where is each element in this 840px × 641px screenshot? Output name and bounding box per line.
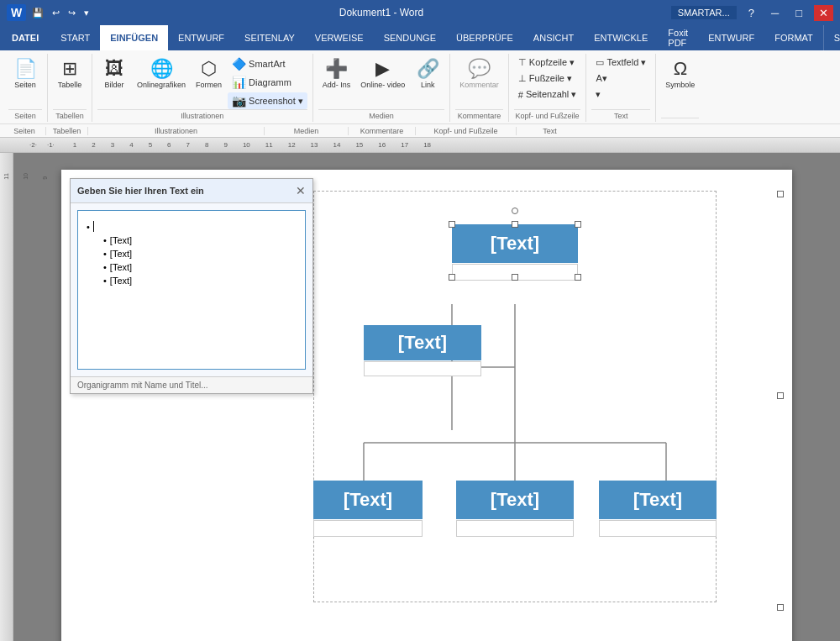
kommentare-label-bar: Kommentare (348, 127, 415, 135)
smartart-diagram[interactable]: [Text] [Text] (313, 182, 784, 619)
main-area: 1234567891011 Geben Sie hier Ihren Text … (0, 153, 840, 641)
handle-br[interactable] (575, 274, 581, 281)
tab-seitenlayout[interactable]: SEITENLAY (234, 25, 305, 50)
link-btn[interactable]: 🔗 Link (411, 55, 444, 92)
tab-salvisber[interactable]: Salvisber... (823, 25, 840, 50)
formen-btn[interactable]: ⬡ Formen (192, 55, 226, 92)
group-text-content: ▭ Textfeld ▾ A▾ ▾ (591, 55, 650, 109)
tab-verweise[interactable]: VERWEISE (305, 25, 374, 50)
smartart-tab-btn[interactable]: SMARTAR... (671, 6, 737, 19)
textfeld-btn[interactable]: ▭ Textfeld ▾ (591, 55, 650, 70)
add-ins-btn[interactable]: ➕ Add- Ins (318, 55, 355, 92)
group-illustrationen-content: 🖼 Bilder 🌐 Onlinegrafiken ⬡ Formen 🔷 Sma… (97, 55, 307, 109)
online-video-icon: ▶ (375, 58, 390, 80)
bilder-icon: 🖼 (105, 58, 123, 80)
smartart-icon: 🔷 (232, 57, 246, 71)
outer-handle-tr[interactable] (777, 191, 784, 197)
rotation-handle[interactable] (512, 208, 518, 214)
group-kopf-content: ⊤ Kopfzeile ▾ ⊥ Fußzeile ▾ # Seitenzahl … (514, 55, 581, 109)
help-btn[interactable]: ? (743, 5, 759, 21)
window-title: Dokument1 - Word (92, 7, 671, 18)
tab-format[interactable]: FORMAT (764, 25, 823, 50)
diagramm-btn[interactable]: 📊 Diagramm (228, 74, 307, 91)
bilder-btn[interactable]: 🖼 Bilder (97, 55, 131, 92)
tab-foxit[interactable]: Foxit PDF (658, 25, 698, 50)
kommentar-btn[interactable]: 💬 Kommentar (455, 55, 503, 92)
seiten-btn[interactable]: 📄 Seiten (8, 55, 42, 92)
text-style-icon: A▾ (596, 73, 606, 84)
tab-datei[interactable]: DATEI (0, 25, 50, 50)
fusszeile-btn[interactable]: ⊥ Fußzeile ▾ (514, 71, 581, 86)
tab-entwurf[interactable]: ENTWURF (168, 25, 234, 50)
symbole-btn[interactable]: Ω Symbole (661, 55, 699, 92)
smartart-panel-close-btn[interactable]: ✕ (296, 184, 306, 197)
close-btn[interactable]: ✕ (814, 5, 833, 21)
tabellen-label-bar: Tabellen (45, 127, 87, 135)
outer-handle-mr[interactable] (777, 392, 784, 399)
list-item-3[interactable]: [Text] (87, 260, 297, 274)
tab-einfügen[interactable]: EINFÜGEN (100, 25, 168, 50)
smartart-text-panel: Geben Sie hier Ihren Text ein ✕ [Text] [… (70, 178, 313, 394)
mid-left-box[interactable]: [Text] (364, 325, 481, 360)
screenshot-icon: 📷 (232, 94, 246, 108)
redo-quick-btn[interactable]: ↪ (66, 6, 78, 20)
online-video-btn[interactable]: ▶ Online- video (356, 55, 409, 92)
handle-bl[interactable] (449, 274, 455, 281)
tabelle-icon: ⊞ (62, 58, 77, 80)
tabelle-btn[interactable]: ⊞ Tabelle (53, 55, 87, 92)
smartart-btn[interactable]: 🔷 SmartArt (228, 55, 307, 72)
list-item-2[interactable]: [Text] (87, 247, 297, 260)
link-icon: 🔗 (417, 58, 439, 80)
tab-entwurf2[interactable]: ENTWURF (698, 25, 764, 50)
top-box[interactable]: [Text] (452, 224, 578, 263)
smartart-panel-body[interactable]: [Text] [Text] [Text] [Text] (71, 203, 312, 376)
tab-ansicht[interactable]: ANSICHT (523, 25, 584, 50)
group-symbole: Ω Symbole (656, 54, 704, 122)
screenshot-btn[interactable]: 📷 Screenshot ▾ (228, 92, 307, 109)
seiten-label-bar: Seiten (3, 127, 45, 135)
top-node[interactable]: [Text] (452, 224, 578, 281)
group-kopf-fusszeile: ⊤ Kopfzeile ▾ ⊥ Fußzeile ▾ # Seitenzahl … (509, 54, 587, 122)
tab-überprüfen[interactable]: ÜBERPRÜFE (446, 25, 523, 50)
handle-tm[interactable] (512, 221, 518, 228)
title-bar-left: W 💾 ↩ ↪ ▾ (7, 4, 92, 21)
text-dropdown-icon: ▾ (596, 89, 601, 100)
list-item-root[interactable] (87, 219, 297, 234)
bottom-center-box[interactable]: [Text] (456, 481, 574, 519)
document-page: Geben Sie hier Ihren Text ein ✕ [Text] [… (61, 170, 792, 641)
more-quick-btn[interactable]: ▾ (81, 6, 92, 20)
save-quick-btn[interactable]: 💾 (29, 6, 46, 20)
ribbon-tabs: DATEI START EINFÜGEN ENTWURF SEITENLAY V… (0, 25, 840, 50)
text-dropdown-btn[interactable]: ▾ (591, 87, 650, 102)
document-area[interactable]: Geben Sie hier Ihren Text ein ✕ [Text] [… (13, 153, 840, 641)
group-tabelle-content: ⊞ Tabelle (53, 55, 87, 109)
bottom-left-node[interactable]: [Text] (313, 481, 423, 537)
seitenzahl-btn[interactable]: # Seitenzahl ▾ (514, 87, 581, 102)
handle-tl[interactable] (449, 221, 455, 228)
handle-bm[interactable] (512, 274, 518, 281)
seiten-icon: 📄 (14, 58, 37, 80)
list-item-1[interactable]: [Text] (87, 234, 297, 247)
minimize-btn[interactable]: ─ (766, 5, 784, 21)
bottom-right-box[interactable]: [Text] (599, 481, 717, 519)
mid-left-node[interactable]: [Text] (364, 325, 481, 376)
group-text-label: Text (591, 109, 650, 120)
bottom-right-node[interactable]: [Text] (599, 481, 717, 537)
text-style-btn[interactable]: A▾ (591, 71, 650, 86)
group-text: ▭ Textfeld ▾ A▾ ▾ Text (586, 54, 656, 122)
maximize-btn[interactable]: □ (790, 5, 807, 21)
tab-entwickle[interactable]: ENTWICKLE (584, 25, 658, 50)
smartart-panel-header: Geben Sie hier Ihren Text ein ✕ (71, 179, 312, 203)
list-item-4[interactable]: [Text] (87, 274, 297, 287)
screenshot-dropdown-icon: ▾ (298, 96, 303, 107)
undo-quick-btn[interactable]: ↩ (50, 6, 62, 20)
bottom-center-node[interactable]: [Text] (456, 481, 574, 537)
formen-icon: ⬡ (201, 58, 217, 80)
onlinegrafiken-btn[interactable]: 🌐 Onlinegrafiken (133, 55, 190, 92)
handle-tr[interactable] (575, 221, 581, 228)
bottom-left-box[interactable]: [Text] (313, 481, 423, 519)
kopfzeile-btn[interactable]: ⊤ Kopfzeile ▾ (514, 55, 581, 70)
tab-start[interactable]: START (50, 25, 100, 50)
outer-handle-br[interactable] (777, 604, 784, 611)
tab-sendungen[interactable]: SENDUNGE (374, 25, 446, 50)
